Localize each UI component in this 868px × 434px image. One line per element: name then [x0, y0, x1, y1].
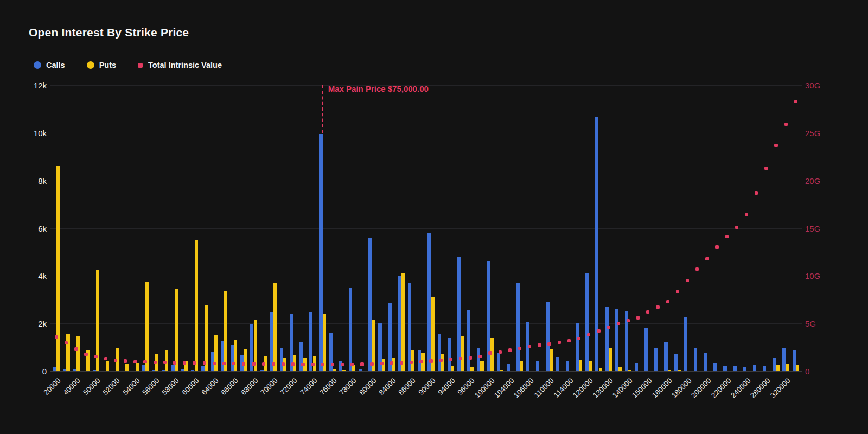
intrinsic-value-point-30000[interactable]	[65, 341, 68, 344]
intrinsic-value-point-50000[interactable]	[94, 355, 98, 358]
intrinsic-value-point-200000[interactable]	[705, 257, 709, 260]
calls-bar-180000[interactable]	[684, 317, 687, 371]
puts-bar-54000[interactable]	[136, 363, 139, 371]
intrinsic-value-point-59000[interactable]	[183, 361, 186, 365]
intrinsic-value-point-78000[interactable]	[350, 363, 354, 366]
puts-bar-76000[interactable]	[333, 369, 336, 371]
intrinsic-value-point-57000[interactable]	[163, 361, 167, 364]
calls-bar-135000[interactable]	[615, 309, 618, 371]
puts-bar-70000[interactable]	[273, 283, 277, 372]
puts-bar-67000[interactable]	[244, 349, 247, 371]
calls-bar-114000[interactable]	[566, 361, 569, 371]
intrinsic-value-point-68000[interactable]	[252, 362, 255, 365]
intrinsic-value-point-53000[interactable]	[124, 359, 127, 362]
intrinsic-value-point-94000[interactable]	[449, 358, 452, 361]
intrinsic-value-point-70000[interactable]	[272, 362, 275, 366]
calls-bar-78000[interactable]	[349, 288, 352, 371]
calls-bar-230000[interactable]	[733, 366, 737, 371]
calls-bar-155000[interactable]	[654, 348, 658, 371]
puts-bar-320000[interactable]	[786, 364, 789, 371]
puts-bar-140000[interactable]	[628, 370, 631, 371]
puts-bar-30000[interactable]	[66, 334, 69, 371]
intrinsic-value-point-51000[interactable]	[104, 357, 107, 360]
puts-bar-120000[interactable]	[589, 361, 592, 371]
intrinsic-value-point-79000[interactable]	[360, 362, 363, 366]
intrinsic-value-point-260000[interactable]	[755, 191, 758, 194]
intrinsic-value-point-130000[interactable]	[607, 326, 610, 329]
calls-bar-96000[interactable]	[467, 310, 470, 371]
intrinsic-value-point-88000[interactable]	[419, 360, 423, 363]
calls-bar-150000[interactable]	[644, 328, 648, 371]
calls-bar-200000[interactable]	[704, 353, 707, 371]
intrinsic-value-point-84000[interactable]	[390, 361, 393, 365]
intrinsic-value-point-125000[interactable]	[597, 329, 600, 333]
calls-bar-220000[interactable]	[723, 366, 726, 371]
intrinsic-value-point-62000[interactable]	[203, 361, 206, 365]
intrinsic-value-point-155000[interactable]	[656, 305, 659, 309]
intrinsic-value-point-320000[interactable]	[784, 123, 788, 126]
intrinsic-value-point-75000[interactable]	[321, 363, 324, 366]
intrinsic-value-point-96000[interactable]	[469, 356, 472, 359]
intrinsic-value-point-112000[interactable]	[558, 341, 561, 344]
puts-bar-105000[interactable]	[520, 361, 523, 371]
legend-item-puts[interactable]: Puts	[87, 61, 116, 69]
puts-bar-65000[interactable]	[224, 291, 227, 371]
puts-bar-85000[interactable]	[401, 273, 405, 371]
intrinsic-value-point-58000[interactable]	[173, 361, 176, 364]
intrinsic-value-point-69000[interactable]	[262, 362, 265, 366]
intrinsic-value-point-116000[interactable]	[577, 337, 580, 340]
intrinsic-value-point-73000[interactable]	[301, 363, 304, 366]
legend-item-calls[interactable]: Calls	[34, 61, 65, 69]
intrinsic-value-point-150000[interactable]	[646, 310, 649, 314]
intrinsic-value-point-86000[interactable]	[410, 361, 413, 364]
puts-bar-60000[interactable]	[195, 240, 198, 372]
calls-bar-125000[interactable]	[595, 117, 598, 371]
puts-bar-106000[interactable]	[529, 371, 533, 371]
intrinsic-value-point-95000[interactable]	[459, 357, 462, 360]
calls-bar-240000[interactable]	[743, 367, 746, 371]
intrinsic-value-point-72000[interactable]	[291, 362, 295, 366]
intrinsic-value-point-135000[interactable]	[617, 322, 620, 325]
intrinsic-value-point-160000[interactable]	[666, 300, 669, 303]
intrinsic-value-point-82000[interactable]	[380, 362, 384, 365]
intrinsic-value-point-65000[interactable]	[222, 362, 226, 365]
intrinsic-value-point-80000[interactable]	[370, 362, 373, 366]
puts-bar-66000[interactable]	[234, 340, 237, 371]
intrinsic-value-point-108000[interactable]	[538, 343, 541, 347]
intrinsic-value-point-170000[interactable]	[676, 290, 679, 293]
calls-bar-145000[interactable]	[635, 363, 638, 371]
intrinsic-value-point-64000[interactable]	[213, 362, 216, 365]
calls-bar-160000[interactable]	[664, 342, 667, 371]
calls-bar-280000[interactable]	[763, 366, 766, 371]
puts-bar-116000[interactable]	[579, 360, 582, 371]
puts-bar-94000[interactable]	[451, 366, 454, 371]
intrinsic-value-point-92000[interactable]	[439, 359, 443, 362]
puts-bar-160000[interactable]	[668, 370, 671, 371]
intrinsic-value-point-180000[interactable]	[686, 279, 689, 282]
intrinsic-value-point-40000[interactable]	[74, 347, 78, 350]
calls-bar-105000[interactable]	[516, 283, 520, 372]
intrinsic-value-point-71000[interactable]	[282, 362, 285, 366]
legend-item-intrinsic-value[interactable]: Total Intrinsic Value	[138, 61, 222, 69]
puts-bar-64000[interactable]	[214, 335, 218, 371]
calls-bar-102000[interactable]	[497, 353, 500, 371]
intrinsic-value-point-52000[interactable]	[114, 359, 117, 362]
calls-bar-120000[interactable]	[585, 273, 589, 371]
intrinsic-value-point-100000[interactable]	[488, 351, 492, 354]
puts-bar-102000[interactable]	[500, 370, 503, 371]
intrinsic-value-point-110000[interactable]	[547, 342, 551, 346]
puts-bar-92000[interactable]	[441, 354, 444, 371]
puts-bar-340000[interactable]	[796, 365, 799, 371]
intrinsic-value-point-67000[interactable]	[242, 362, 245, 365]
intrinsic-value-point-104000[interactable]	[508, 348, 512, 352]
intrinsic-value-point-220000[interactable]	[725, 235, 729, 238]
puts-bar-104000[interactable]	[510, 371, 513, 371]
calls-bar-108000[interactable]	[536, 361, 539, 371]
intrinsic-value-point-120000[interactable]	[587, 333, 590, 336]
puts-bar-51000[interactable]	[106, 361, 109, 371]
calls-bar-190000[interactable]	[694, 348, 697, 371]
puts-bar-125000[interactable]	[599, 368, 602, 371]
puts-bar-130000[interactable]	[609, 348, 612, 371]
intrinsic-value-point-230000[interactable]	[735, 226, 738, 229]
calls-bar-260000[interactable]	[753, 365, 756, 371]
